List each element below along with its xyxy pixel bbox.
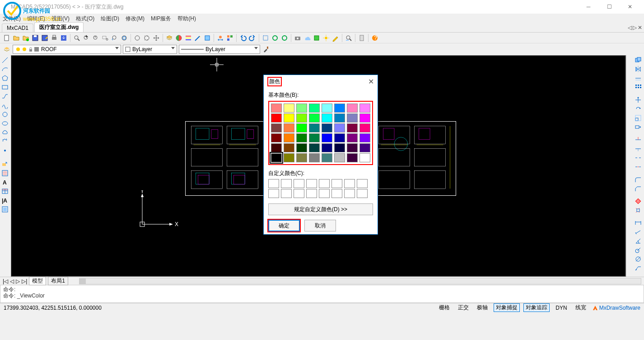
- hatch-icon[interactable]: [1, 169, 9, 177]
- saveas-icon[interactable]: [41, 34, 49, 42]
- tab-nav-last[interactable]: ▷|: [22, 278, 27, 284]
- vertical-scrollbar[interactable]: [626, 55, 633, 277]
- custom-swatch[interactable]: [294, 189, 304, 198]
- color-swatch[interactable]: [296, 133, 307, 142]
- status-osnap[interactable]: 对象捕捉: [494, 303, 520, 312]
- leader-icon[interactable]: [634, 264, 642, 272]
- menu-draw[interactable]: 绘图(D): [101, 15, 119, 23]
- dimstyle-icon[interactable]: [216, 34, 224, 42]
- explode-icon[interactable]: [634, 206, 642, 214]
- zoom-icon[interactable]: [73, 34, 81, 42]
- color-swatch[interactable]: [309, 143, 320, 152]
- fillet-icon[interactable]: [634, 175, 642, 184]
- zoom-extents-icon[interactable]: [120, 34, 128, 42]
- array-icon[interactable]: [634, 83, 642, 91]
- new-icon[interactable]: [3, 34, 11, 42]
- color-swatch[interactable]: [322, 133, 332, 142]
- brand-link[interactable]: MxDrawSoftware: [592, 305, 640, 311]
- mtext-icon[interactable]: |A: [1, 196, 9, 204]
- custom-swatch[interactable]: [306, 189, 317, 198]
- menu-help[interactable]: 帮助(H): [177, 15, 196, 23]
- status-dyn[interactable]: DYN: [553, 304, 569, 312]
- box-icon[interactable]: [313, 34, 321, 42]
- linetype-dropdown[interactable]: ByLayer: [179, 45, 260, 54]
- color-swatch[interactable]: [334, 113, 345, 123]
- trim-icon[interactable]: [634, 136, 642, 144]
- extend-icon[interactable]: [634, 145, 642, 153]
- sun-icon[interactable]: [322, 34, 330, 42]
- pencil-icon[interactable]: [331, 34, 340, 42]
- color-swatch[interactable]: [322, 104, 332, 113]
- tab-layout1[interactable]: 布局1: [48, 277, 68, 285]
- arc-icon[interactable]: [1, 65, 9, 73]
- revcloud2-icon[interactable]: [1, 137, 9, 146]
- custom-swatch[interactable]: [294, 179, 304, 188]
- dim-linear-icon[interactable]: [634, 219, 642, 227]
- custom-swatch[interactable]: [281, 189, 292, 198]
- scale-icon[interactable]: [634, 114, 642, 122]
- layer-icon[interactable]: [165, 34, 173, 42]
- color-swatch[interactable]: [359, 113, 370, 123]
- color-swatch[interactable]: [271, 113, 282, 123]
- color-swatch[interactable]: [347, 153, 358, 162]
- dim-angular-icon[interactable]: [634, 237, 642, 245]
- color-swatch[interactable]: [347, 113, 358, 123]
- chamfer-icon[interactable]: [634, 184, 642, 193]
- status-ortho[interactable]: 正交: [456, 303, 471, 312]
- zoom-out-icon[interactable]: -: [92, 34, 100, 42]
- revcloud-icon[interactable]: [1, 128, 9, 137]
- color-swatch[interactable]: [309, 113, 320, 123]
- stretch-icon[interactable]: [634, 123, 642, 131]
- color-swatch[interactable]: [334, 104, 345, 113]
- tab-prev-icon[interactable]: ◁: [628, 24, 632, 31]
- color-swatch[interactable]: [284, 113, 294, 123]
- pan-realtime-icon[interactable]: [152, 34, 160, 42]
- status-polar[interactable]: 极轴: [475, 303, 490, 312]
- custom-swatch[interactable]: [357, 189, 368, 198]
- custom-swatch[interactable]: [281, 179, 292, 188]
- color-swatch[interactable]: [359, 153, 370, 162]
- color-swatch[interactable]: [284, 143, 294, 152]
- minimize-button[interactable]: ─: [578, 0, 599, 14]
- tab-close-icon[interactable]: ✕: [638, 24, 642, 31]
- tab-nav-first[interactable]: |◁: [3, 278, 8, 284]
- color-swatch[interactable]: [347, 104, 358, 113]
- undo-icon[interactable]: [239, 34, 247, 42]
- redo-icon[interactable]: [248, 34, 257, 42]
- save-icon[interactable]: [31, 34, 39, 42]
- color-swatch[interactable]: [296, 104, 307, 113]
- color-swatch[interactable]: [322, 153, 332, 162]
- status-lwt[interactable]: 线宽: [573, 303, 588, 312]
- custom-swatch[interactable]: [306, 179, 317, 188]
- color-swatch[interactable]: [309, 123, 320, 132]
- ok-button[interactable]: 确定: [268, 220, 300, 231]
- dialog-close-icon[interactable]: ✕: [368, 77, 374, 86]
- horizontal-scrollbar[interactable]: [79, 278, 641, 284]
- cloud-icon[interactable]: [303, 34, 311, 42]
- color-swatch[interactable]: [322, 143, 332, 152]
- color-swatch[interactable]: [347, 133, 358, 142]
- polygon-icon[interactable]: [1, 74, 9, 82]
- rectangle-icon[interactable]: [1, 83, 9, 91]
- color-swatch[interactable]: [271, 123, 282, 132]
- status-grid[interactable]: 栅格: [437, 303, 452, 312]
- copy-icon[interactable]: [634, 56, 642, 64]
- color-swatch[interactable]: [271, 133, 282, 142]
- color-swatch[interactable]: [284, 133, 294, 142]
- color-swatch[interactable]: [334, 133, 345, 142]
- brush-icon[interactable]: [262, 45, 270, 53]
- regen2-icon[interactable]: [280, 34, 289, 42]
- ellipse-icon[interactable]: [1, 119, 9, 128]
- help-icon[interactable]: ?: [371, 34, 379, 42]
- color-swatch[interactable]: [284, 123, 294, 132]
- export-icon[interactable]: [60, 34, 68, 42]
- color-swatch[interactable]: [309, 104, 320, 113]
- color-swatch[interactable]: [322, 123, 332, 132]
- print-icon[interactable]: [50, 34, 58, 42]
- color-swatch[interactable]: [334, 153, 345, 162]
- color-icon[interactable]: [175, 34, 183, 42]
- color-swatch[interactable]: [271, 104, 282, 113]
- command-window[interactable]: 命令: 命令: _ViewColor: [0, 285, 644, 303]
- line-icon[interactable]: [1, 56, 9, 64]
- zoom-prev-icon[interactable]: [111, 34, 119, 42]
